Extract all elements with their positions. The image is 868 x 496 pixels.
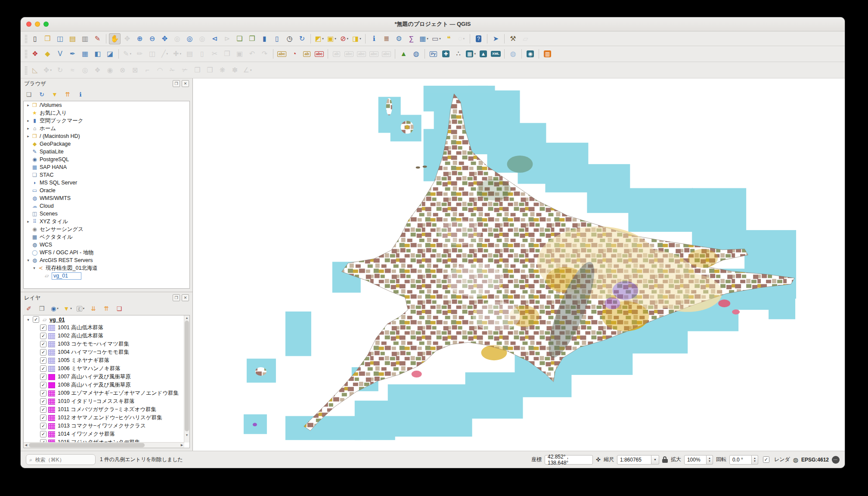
expander-icon[interactable]: ▸ — [25, 103, 31, 107]
legend-row-1013[interactable]: ✓1013 コマクサ−イワツメクサクラス — [24, 422, 184, 430]
legend-checkbox[interactable]: ✓ — [40, 431, 46, 437]
expander-icon[interactable]: ▸ — [25, 126, 31, 131]
magnifier-spin-buttons[interactable]: ▲▼ — [707, 455, 713, 465]
legend-row-1011[interactable]: ✓1011 コメバツガザクラ−ミネズオウ群集 — [24, 406, 184, 414]
scale-dropdown-icon[interactable]: ▼ — [651, 455, 659, 465]
open-layer-styling-button[interactable]: ✐ — [24, 304, 34, 313]
add-group-button[interactable]: ❒ — [37, 304, 46, 313]
browser-item--[interactable]: ▸⌂ホーム — [24, 125, 189, 132]
minimize-button[interactable] — [35, 22, 40, 27]
legend-row-1014[interactable]: ✓1014 イワツメクサ群落 — [24, 430, 184, 438]
browser-item-xyz-[interactable]: ▸⠿XYZ タイル — [24, 218, 189, 225]
dropdown-caret-icon[interactable]: ▾ — [347, 37, 348, 41]
save-project-button[interactable]: ◫ — [54, 33, 66, 44]
metro-icon-button[interactable]: ◉ — [524, 48, 536, 59]
coordinate-input[interactable]: 42.852° , 138.648° — [545, 455, 593, 465]
manage-map-themes-button[interactable]: ◉▾ — [50, 304, 59, 313]
browser-item-sap-hana[interactable]: ▦SAP HANA — [24, 163, 189, 171]
browser-item-postgresql[interactable]: ◉PostgreSQL — [24, 156, 189, 163]
browser-item--01-[interactable]: ▾≺現存植生図_01北海道 — [24, 264, 189, 272]
browser-item-stac[interactable]: ❏STAC — [24, 171, 189, 179]
new-spatial-bookmark-button[interactable]: ▮ — [259, 33, 270, 44]
legend-checkbox[interactable]: ✓ — [40, 398, 46, 405]
new-project-button[interactable]: ▯ — [29, 33, 41, 44]
legend-row-1005[interactable]: ✓1005 ミネヤナギ群落 — [24, 356, 184, 365]
data-source-manager-button[interactable]: ❖ — [29, 48, 41, 59]
collapse-all-browser-button[interactable]: ⇈ — [63, 90, 72, 99]
pan-map-button[interactable]: ✋ — [109, 33, 121, 44]
remove-layer-button[interactable]: ❏ — [115, 304, 124, 313]
locator-search-box[interactable]: ⌕ — [26, 454, 96, 465]
layer-group-row[interactable]: ▾✓▱vg_01 — [24, 315, 184, 324]
browser-item--[interactable]: ▸▮空間ブックマーク — [24, 117, 189, 125]
scroll-up-arrow-icon[interactable]: ▲ — [184, 315, 189, 320]
style-manager-button[interactable]: ✎ — [92, 33, 103, 44]
grass-tools-button[interactable]: ▲ — [398, 48, 409, 59]
magnifier-spinbox[interactable]: 100% ▲▼ — [684, 455, 713, 465]
lock-scale-icon[interactable] — [662, 456, 668, 463]
label-highlight-tool-button[interactable]: abc — [313, 48, 325, 59]
legend-checkbox[interactable]: ✓ — [40, 406, 46, 413]
scale-combobox[interactable]: 1:860765 ▼ — [617, 455, 659, 465]
legend-row-1009[interactable]: ✓1009 エゾマメヤナギ−エゾオヤマノエンドウ群集 — [24, 389, 184, 397]
legend-checkbox[interactable]: ✓ — [40, 333, 46, 339]
layout-manager-button[interactable]: ▥ — [79, 33, 91, 44]
select-by-location-button[interactable]: ◨▾ — [351, 33, 363, 44]
crs-status[interactable]: EPSG:4612 — [801, 457, 829, 463]
browser-item-vg-01[interactable]: ▱vg_01 — [24, 272, 189, 280]
orange-columns-icon-button[interactable]: ▥ — [542, 48, 553, 59]
browser-item-wcs[interactable]: ◍WCS — [24, 241, 189, 249]
field-calculator-button[interactable]: ≣ — [381, 33, 392, 44]
browser-item--[interactable]: ★お気に入り — [24, 109, 189, 117]
toolbar-drag-handle[interactable] — [25, 66, 28, 75]
legend-row-1007[interactable]: ✓1007 高山ハイデ及び風衝草原 — [24, 373, 184, 381]
dropdown-caret-icon[interactable]: ▾ — [335, 37, 336, 41]
metasearch-binoculars-button[interactable]: ◍ — [410, 48, 422, 59]
legend-checkbox[interactable]: ✓ — [40, 423, 46, 429]
tile-grid-icon-button[interactable]: ▦▾ — [465, 48, 477, 59]
deselect-features-button[interactable]: ⊘▾ — [338, 33, 350, 44]
cad-tools-button[interactable]: ◺ — [29, 65, 41, 76]
open-project-button[interactable]: ❒ — [42, 33, 53, 44]
refresh-browser-button[interactable]: ↻ — [37, 90, 46, 99]
filter-by-expression-button[interactable]: ε▾ — [76, 304, 85, 313]
show-spatial-bookmarks-button[interactable]: ▯ — [271, 33, 283, 44]
legend-checkbox[interactable]: ✓ — [40, 390, 46, 396]
legend-row-1001[interactable]: ✓1001 高山低木群落 — [24, 324, 184, 332]
dropdown-caret-icon[interactable]: ▾ — [167, 52, 168, 56]
layers-vertical-scrollbar[interactable]: ▲ ▼ — [184, 315, 189, 443]
rotation-spin-buttons[interactable]: ▲▼ — [752, 455, 758, 465]
dropdown-caret-icon[interactable]: ▾ — [57, 307, 59, 310]
browser-item-wfs-ogc-api-[interactable]: ◯WFS / OGC API - 地物 — [24, 249, 189, 256]
new-sap-hana-layer-button[interactable]: ▦ — [79, 48, 91, 59]
dropdown-caret-icon[interactable]: ▾ — [83, 307, 85, 310]
browser-item--macintosh-hd-[interactable]: ▸❒/ (Macintosh HD) — [24, 132, 189, 140]
zoom-out-button[interactable]: ⊖ — [146, 33, 158, 44]
attribute-table-button[interactable]: ▦▾ — [418, 33, 430, 44]
filter-browser-button[interactable]: ▼ — [50, 90, 59, 99]
expand-all-layers-button[interactable]: ⇊ — [89, 304, 98, 313]
close-button[interactable] — [26, 22, 31, 27]
python-console-button[interactable]: Py — [428, 48, 439, 59]
collapse-all-layers-button[interactable]: ⇈ — [102, 304, 111, 313]
scroll-down-arrow-icon[interactable]: ▼ — [184, 433, 189, 437]
dropdown-caret-icon[interactable]: ▾ — [180, 52, 181, 56]
render-checkbox[interactable]: ✓ — [763, 456, 769, 463]
zoom-button[interactable] — [43, 22, 49, 27]
horizontal-scroll-thumb[interactable] — [29, 443, 145, 447]
legend-row-1006[interactable]: ✓1006 ミヤマハンノキ群落 — [24, 365, 184, 373]
close-panel-icon[interactable]: ✕ — [182, 294, 189, 301]
legend-row-1008[interactable]: ✓1008 高山ハイデ及び風衝草原 — [24, 381, 184, 389]
expander-icon[interactable]: ▸ — [25, 134, 31, 138]
add-selected-layer-button[interactable]: ❏ — [24, 90, 34, 99]
new-gpx-layer-button[interactable]: ◪ — [104, 48, 116, 59]
legend-checkbox[interactable]: ✓ — [40, 365, 46, 372]
scale-value[interactable]: 1:860765 — [617, 455, 651, 465]
temporal-controller-button[interactable]: ◷ — [284, 33, 295, 44]
browser-item-ms-sql-server[interactable]: ◗MS SQL Server — [24, 179, 189, 187]
new-shapefile-layer-button[interactable]: V — [54, 48, 66, 59]
dropdown-caret-icon[interactable]: ▾ — [463, 37, 465, 41]
legend-row-1002[interactable]: ✓1002 高山低木群落 — [24, 332, 184, 340]
browser-item-wms-wmts[interactable]: ◍WMS/WMTS — [24, 194, 189, 202]
processing-toolbox-button[interactable]: ⚙ — [393, 33, 405, 44]
